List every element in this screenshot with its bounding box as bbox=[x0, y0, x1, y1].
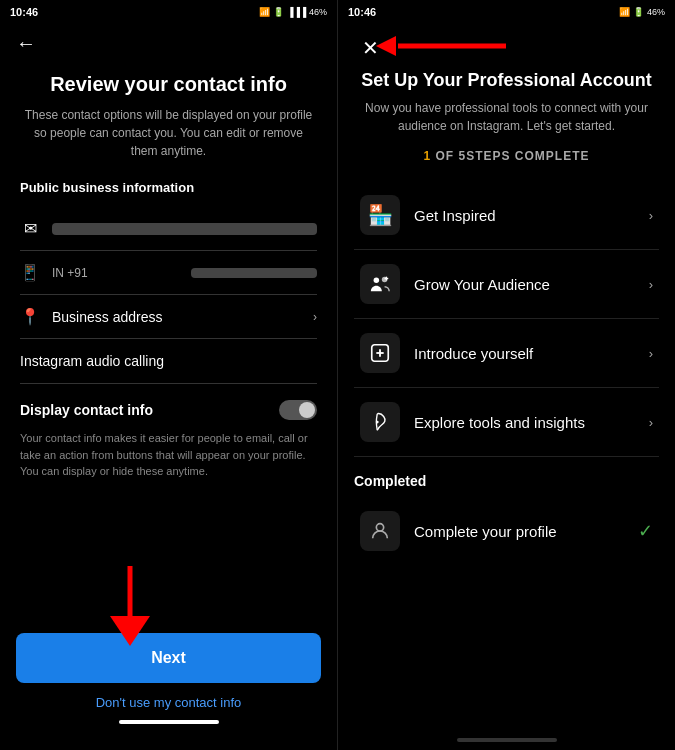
completed-label: Completed bbox=[354, 473, 659, 489]
address-row[interactable]: 📍 Business address › bbox=[20, 295, 317, 339]
email-row: ✉ bbox=[20, 207, 317, 251]
display-row: Display contact info bbox=[20, 400, 317, 420]
get-inspired-icon: 🏪 bbox=[360, 195, 400, 235]
step-item-explore[interactable]: Explore tools and insights › bbox=[354, 388, 659, 457]
location-icon: 📍 bbox=[20, 307, 40, 326]
step-chevron-explore: › bbox=[649, 415, 653, 430]
check-icon: ✓ bbox=[638, 520, 653, 542]
next-button[interactable]: Next bbox=[16, 633, 321, 683]
skip-link[interactable]: Don't use my contact info bbox=[16, 695, 321, 716]
arrow-annotation-left bbox=[100, 566, 160, 650]
step-label-explore: Explore tools and insights bbox=[414, 414, 635, 431]
left-panel: 10:46 📶 🔋 ▐▐▐ 46% ← Review your contact … bbox=[0, 0, 337, 750]
steps-indicator: 1 OF 5STEPS COMPLETE bbox=[354, 149, 659, 163]
step-item-get-inspired[interactable]: 🏪 Get Inspired › bbox=[354, 181, 659, 250]
svg-point-4 bbox=[374, 278, 380, 284]
audio-label: Instagram audio calling bbox=[20, 353, 164, 369]
nav-bar-left: ← bbox=[0, 24, 337, 63]
status-bar-right: 10:46 📶 🔋 46% bbox=[338, 0, 675, 24]
display-desc: Your contact info makes it easier for pe… bbox=[20, 430, 317, 480]
step-chevron-get-inspired: › bbox=[649, 208, 653, 223]
email-icon: ✉ bbox=[20, 219, 40, 238]
audio-row: Instagram audio calling bbox=[20, 339, 317, 384]
section-label: Public business information bbox=[20, 180, 317, 195]
nav-bar-right: ✕ bbox=[338, 24, 675, 70]
phone-prefix: IN +91 bbox=[52, 266, 179, 280]
right-panel: 10:46 📶 🔋 46% ✕ Set Up Your Professional… bbox=[337, 0, 675, 750]
left-content: Review your contact info These contact o… bbox=[0, 63, 337, 623]
page-title-right: Set Up Your Professional Account bbox=[354, 70, 659, 91]
step-label-grow-audience: Grow Your Audience bbox=[414, 276, 635, 293]
right-content: Set Up Your Professional Account Now you… bbox=[338, 70, 675, 730]
back-button[interactable]: ← bbox=[16, 32, 36, 55]
steps-label: STEPS COMPLETE bbox=[466, 149, 589, 163]
phone-field[interactable] bbox=[191, 268, 318, 278]
status-time-right: 10:46 bbox=[348, 6, 376, 18]
page-subtitle-right: Now you have professional tools to conne… bbox=[354, 99, 659, 135]
steps-current: 1 bbox=[423, 149, 431, 163]
display-section: Display contact info Your contact info m… bbox=[20, 400, 317, 480]
home-indicator-left bbox=[119, 720, 219, 724]
status-icons-right: 📶 🔋 46% bbox=[619, 7, 665, 17]
svg-point-11 bbox=[376, 524, 383, 531]
display-toggle[interactable] bbox=[279, 400, 317, 420]
step-label-introduce: Introduce yourself bbox=[414, 345, 635, 362]
page-title-left: Review your contact info bbox=[20, 73, 317, 96]
address-chevron: › bbox=[313, 310, 317, 324]
home-indicator-right bbox=[457, 738, 557, 742]
steps-separator: OF bbox=[431, 149, 458, 163]
grow-audience-icon bbox=[360, 264, 400, 304]
red-arrow-right-icon bbox=[376, 32, 506, 60]
step-chevron-grow-audience: › bbox=[649, 277, 653, 292]
introduce-icon bbox=[360, 333, 400, 373]
status-icons-left: 📶 🔋 ▐▐▐ 46% bbox=[259, 7, 327, 17]
step-chevron-introduce: › bbox=[649, 346, 653, 361]
phone-icon: 📱 bbox=[20, 263, 40, 282]
svg-marker-1 bbox=[110, 616, 150, 646]
bottom-section: Next Don't use my contact info bbox=[0, 623, 337, 750]
explore-icon bbox=[360, 402, 400, 442]
red-arrow-down-icon bbox=[100, 566, 160, 646]
status-time-left: 10:46 bbox=[10, 6, 38, 18]
completed-item-label: Complete your profile bbox=[414, 523, 624, 540]
step-item-introduce[interactable]: Introduce yourself › bbox=[354, 319, 659, 388]
email-field[interactable] bbox=[52, 223, 317, 235]
step-item-grow-audience[interactable]: Grow Your Audience › bbox=[354, 250, 659, 319]
step-label-get-inspired: Get Inspired bbox=[414, 207, 635, 224]
arrow-annotation-right bbox=[376, 32, 506, 64]
completed-section: Completed Complete your profile ✓ bbox=[354, 473, 659, 563]
toggle-knob bbox=[299, 402, 315, 418]
complete-profile-icon bbox=[360, 511, 400, 551]
status-bar-left: 10:46 📶 🔋 ▐▐▐ 46% bbox=[0, 0, 337, 24]
page-subtitle-left: These contact options will be displayed … bbox=[20, 106, 317, 160]
svg-point-10 bbox=[376, 421, 379, 424]
completed-item-profile[interactable]: Complete your profile ✓ bbox=[354, 499, 659, 563]
phone-row: 📱 IN +91 bbox=[20, 251, 317, 295]
address-label: Business address bbox=[52, 309, 301, 325]
display-label: Display contact info bbox=[20, 402, 153, 418]
svg-marker-3 bbox=[376, 36, 396, 56]
